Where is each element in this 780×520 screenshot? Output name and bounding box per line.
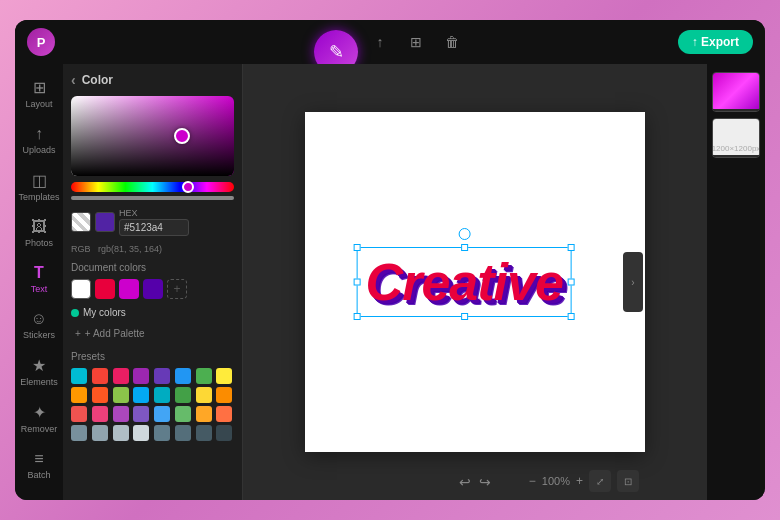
add-color-btn[interactable]: +: [167, 279, 187, 299]
preset-25[interactable]: [92, 425, 108, 441]
sidebar-item-stickers[interactable]: ☺ Stickers: [19, 304, 59, 346]
thumbnail-2[interactable]: 1200×1200px: [712, 118, 760, 158]
preset-18[interactable]: [113, 406, 129, 422]
text-selection-box[interactable]: Creative: [357, 247, 572, 317]
export-button[interactable]: ↑ Export: [678, 30, 753, 54]
preset-5[interactable]: [175, 368, 191, 384]
panel-header: ‹ Color: [71, 72, 234, 88]
main-area: ⊞ Layout ↑ Uploads ◫ Templates 🖼 Photos …: [15, 64, 765, 500]
handle-top-mid[interactable]: [461, 244, 468, 251]
thumbnail-1[interactable]: [712, 72, 760, 112]
preset-29[interactable]: [175, 425, 191, 441]
logo-button[interactable]: P: [27, 28, 55, 56]
top-bar-right: ↑ Export: [678, 30, 753, 54]
preset-3[interactable]: [133, 368, 149, 384]
top-bar: P ✎ ↑ ⊞ 🗑 ↑ Export: [15, 20, 765, 64]
preset-9[interactable]: [92, 387, 108, 403]
hue-thumb[interactable]: [182, 181, 194, 193]
zoom-in-button[interactable]: +: [576, 474, 583, 488]
sidebar-item-remover[interactable]: ✦ Remover: [19, 397, 59, 440]
right-scroll-btn[interactable]: ›: [623, 252, 643, 312]
tool-grid-btn[interactable]: ⊞: [402, 28, 430, 56]
preset-24[interactable]: [71, 425, 87, 441]
thumbnail-1-preview: [713, 73, 759, 109]
doc-swatch-1[interactable]: [95, 279, 115, 299]
sidebar-item-templates[interactable]: ◫ Templates: [19, 165, 59, 208]
back-button[interactable]: ‹: [71, 72, 76, 88]
sidebar-item-layout[interactable]: ⊞ Layout: [19, 72, 59, 115]
sidebar-item-elements[interactable]: ★ Elements: [19, 350, 59, 393]
preset-31[interactable]: [216, 425, 232, 441]
handle-top-right[interactable]: [568, 244, 575, 251]
preset-11[interactable]: [133, 387, 149, 403]
preset-6[interactable]: [196, 368, 212, 384]
hex-input[interactable]: [119, 219, 189, 236]
creative-text[interactable]: Creative: [366, 253, 563, 311]
stickers-icon: ☺: [31, 310, 47, 328]
preset-16[interactable]: [71, 406, 87, 422]
main-color-swatch[interactable]: [95, 212, 115, 232]
sidebar-item-photos[interactable]: 🖼 Photos: [19, 212, 59, 254]
checkered-swatch[interactable]: [71, 212, 91, 232]
tool-upload-btn[interactable]: ↑: [366, 28, 394, 56]
add-palette-button[interactable]: + + Add Palette: [71, 324, 234, 343]
sidebar-item-uploads[interactable]: ↑ Uploads: [19, 119, 59, 161]
preset-20[interactable]: [154, 406, 170, 422]
sidebar-item-photos-label: Photos: [25, 238, 53, 248]
handle-bottom-mid[interactable]: [461, 313, 468, 320]
preset-4[interactable]: [154, 368, 170, 384]
sidebar-item-batch[interactable]: ≡ Batch: [19, 444, 59, 486]
undo-button[interactable]: ↩: [459, 474, 471, 490]
preset-8[interactable]: [71, 387, 87, 403]
preset-21[interactable]: [175, 406, 191, 422]
rgb-value: rgb(81, 35, 164): [98, 244, 162, 254]
canvas-bottom-controls: ↩ ↪: [459, 474, 491, 490]
rotate-handle[interactable]: [458, 228, 470, 240]
sidebar-item-text[interactable]: T Text: [19, 258, 59, 300]
preset-7[interactable]: [216, 368, 232, 384]
fullscreen-button[interactable]: ⤢: [589, 470, 611, 492]
handle-top-left[interactable]: [354, 244, 361, 251]
preset-15[interactable]: [216, 387, 232, 403]
opacity-line: [71, 196, 234, 200]
zoom-out-button[interactable]: −: [529, 474, 536, 488]
preset-22[interactable]: [196, 406, 212, 422]
zoom-controls: − 100% + ⤢ ⊡: [529, 470, 639, 492]
preset-19[interactable]: [133, 406, 149, 422]
my-colors-label: My colors: [83, 307, 126, 318]
preset-1[interactable]: [92, 368, 108, 384]
canvas-area[interactable]: ›: [243, 64, 707, 500]
handle-bottom-left[interactable]: [354, 313, 361, 320]
layout-icon: ⊞: [33, 78, 46, 97]
tool-delete-btn[interactable]: 🗑: [438, 28, 466, 56]
thumbnail-2-preview: 1200×1200px: [713, 119, 759, 155]
preset-0[interactable]: [71, 368, 87, 384]
color-gradient-picker[interactable]: [71, 96, 234, 176]
preset-30[interactable]: [196, 425, 212, 441]
handle-mid-right[interactable]: [568, 279, 575, 286]
doc-swatch-3[interactable]: [143, 279, 163, 299]
fit-button[interactable]: ⊡: [617, 470, 639, 492]
document-colors: +: [71, 279, 234, 299]
preset-14[interactable]: [196, 387, 212, 403]
preset-12[interactable]: [154, 387, 170, 403]
preset-13[interactable]: [175, 387, 191, 403]
doc-swatch-2[interactable]: [119, 279, 139, 299]
doc-swatch-0[interactable]: [71, 279, 91, 299]
preset-28[interactable]: [154, 425, 170, 441]
right-sidebar: 1200×1200px: [707, 64, 765, 500]
handle-mid-left[interactable]: [354, 279, 361, 286]
handle-bottom-right[interactable]: [568, 313, 575, 320]
preset-17[interactable]: [92, 406, 108, 422]
zoom-value: 100%: [542, 475, 570, 487]
hue-slider[interactable]: [71, 182, 234, 192]
right-arrow-icon[interactable]: ›: [623, 252, 643, 312]
color-picker-thumb[interactable]: [174, 128, 190, 144]
sidebar-item-remover-label: Remover: [21, 424, 58, 434]
preset-10[interactable]: [113, 387, 129, 403]
redo-button[interactable]: ↪: [479, 474, 491, 490]
preset-23[interactable]: [216, 406, 232, 422]
preset-2[interactable]: [113, 368, 129, 384]
preset-27[interactable]: [133, 425, 149, 441]
preset-26[interactable]: [113, 425, 129, 441]
